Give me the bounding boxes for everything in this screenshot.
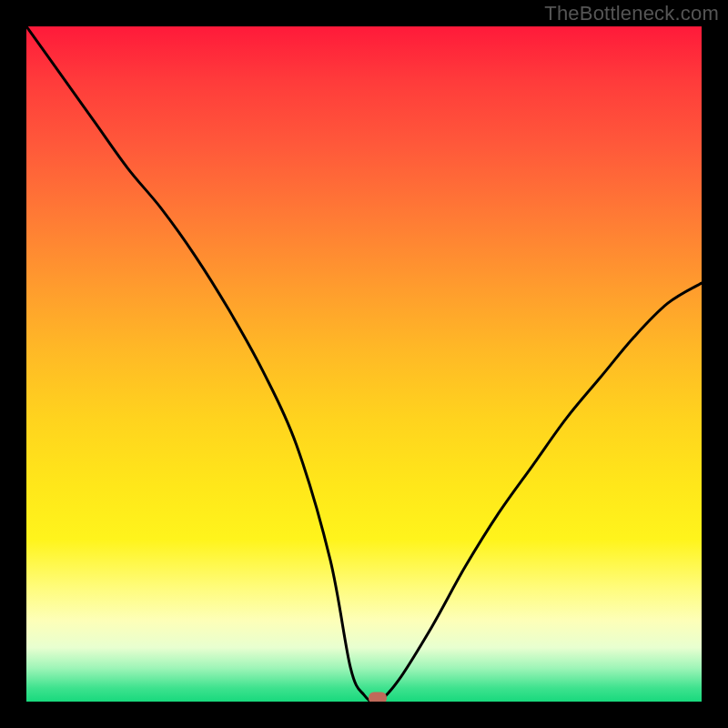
chart-frame: TheBottleneck.com (0, 0, 728, 728)
plot-area (26, 26, 702, 702)
bottleneck-curve (26, 26, 702, 702)
watermark-text: TheBottleneck.com (544, 2, 719, 25)
curve-layer (26, 26, 702, 702)
optimal-marker (369, 693, 387, 703)
